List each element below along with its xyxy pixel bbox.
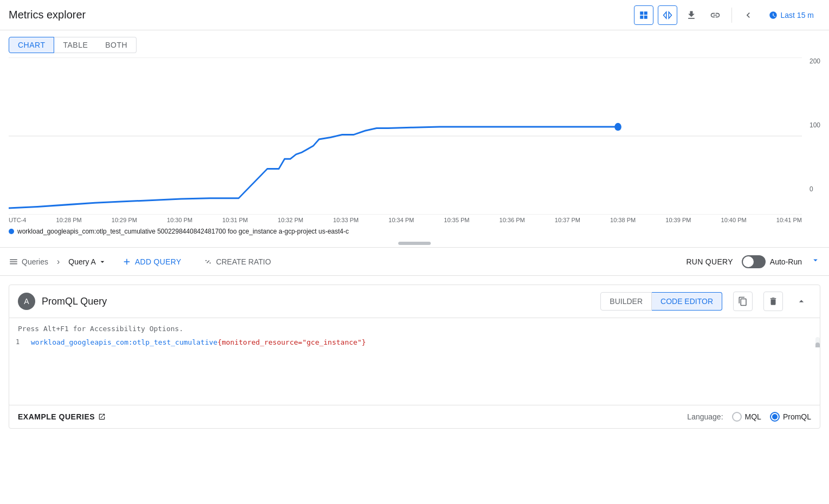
time-1029: 10:29 PM: [112, 217, 137, 223]
time-1031: 10:31 PM: [222, 217, 248, 223]
mql-option[interactable]: MQL: [732, 412, 761, 422]
example-queries-label: EXAMPLE QUERIES: [18, 412, 95, 421]
code-editor-tab[interactable]: CODE EDITOR: [652, 292, 722, 311]
promql-radio-inner: [772, 414, 778, 419]
svg-point-9: [614, 123, 621, 131]
external-link-icon: [98, 413, 106, 421]
time-range-button[interactable]: Last 15 m: [762, 8, 820, 23]
a11y-hint: Press Alt+F1 for Accessibility Options.: [9, 322, 820, 337]
both-tab[interactable]: BOTH: [96, 37, 137, 53]
table-tab[interactable]: TABLE: [54, 37, 96, 53]
line-number: 1: [16, 338, 31, 346]
promql-option[interactable]: PromQL: [770, 412, 811, 422]
time-1038: 10:38 PM: [610, 217, 636, 223]
time-1030: 10:30 PM: [167, 217, 192, 223]
chart-area: 200 100 0: [0, 57, 829, 215]
query-name: Query A: [68, 257, 96, 266]
auto-run-label: Auto-Run: [770, 257, 802, 266]
code-area: Press Alt+F1 for Accessibility Options. …: [9, 318, 820, 405]
language-selector: Language: MQL PromQL: [687, 412, 811, 422]
queries-label: Queries: [22, 257, 48, 266]
svg-rect-3: [644, 15, 647, 18]
chart-scrollbar[interactable]: [0, 240, 829, 247]
code-plain: workload_googleapis_com:otlp_test_cumula…: [31, 338, 366, 346]
language-label: Language:: [687, 412, 723, 421]
time-1035: 10:35 PM: [444, 217, 469, 223]
header-actions: Last 15 m: [634, 5, 820, 25]
app-title: Metrics explorer: [9, 9, 86, 21]
create-ratio-button[interactable]: CREATE RATIO: [197, 254, 277, 270]
svg-marker-4: [663, 12, 666, 18]
app-header: Metrics explorer Last 15 m: [0, 0, 829, 30]
y-label-0: 0: [809, 185, 820, 193]
copy-button[interactable]: [733, 292, 753, 311]
svg-marker-5: [669, 12, 671, 18]
back-button[interactable]: [739, 5, 758, 25]
scrollbar-thumb[interactable]: [815, 343, 820, 347]
time-1033: 10:33 PM: [333, 217, 359, 223]
code-button[interactable]: [658, 5, 677, 25]
toggle-knob: [743, 256, 754, 267]
time-1040: 10:40 PM: [721, 217, 747, 223]
queries-breadcrumb[interactable]: Queries: [9, 257, 48, 267]
svg-point-10: [205, 260, 206, 261]
legend-dot: [9, 229, 14, 234]
time-1032: 10:32 PM: [278, 217, 303, 223]
delete-button[interactable]: [763, 292, 783, 311]
query-editor-section: A PromQL Query BUILDER CODE EDITOR Press…: [9, 285, 820, 429]
add-icon: [122, 257, 132, 267]
chart-time-labels: UTC-4 10:28 PM 10:29 PM 10:30 PM 10:31 P…: [0, 215, 829, 225]
svg-rect-2: [640, 15, 643, 18]
query-label-circle: A: [18, 293, 35, 310]
run-query-button[interactable]: RUN QUERY: [686, 257, 733, 266]
query-editor-footer: EXAMPLE QUERIES Language: MQL PromQL: [9, 405, 820, 428]
time-range-label: Last 15 m: [781, 11, 814, 20]
y-label-200: 200: [809, 57, 820, 65]
y-axis-labels: 200 100 0: [809, 57, 820, 193]
chart-legend: workload_googleapis_com:otlp_test_cumula…: [0, 225, 829, 240]
download-button[interactable]: [682, 5, 701, 25]
auto-run-toggle[interactable]: Auto-Run: [742, 255, 802, 268]
svg-rect-0: [640, 11, 643, 15]
mql-label: MQL: [745, 412, 761, 421]
add-query-button[interactable]: ADD QUERY: [115, 254, 188, 270]
ratio-icon: [203, 257, 213, 267]
create-ratio-label: CREATE RATIO: [216, 257, 271, 266]
scrollbar-track[interactable]: [815, 337, 820, 347]
query-letter: A: [24, 297, 29, 306]
builder-tab[interactable]: BUILDER: [600, 292, 652, 311]
time-utc: UTC-4: [9, 217, 26, 223]
mql-radio[interactable]: [732, 412, 742, 422]
header-divider: [731, 8, 732, 23]
time-1028: 10:28 PM: [56, 217, 82, 223]
chart-section: CHART TABLE BOTH 200 100 0 UTC-4 10:28 P…: [0, 30, 829, 248]
query-bar: Queries › Query A ADD QUERY CREATE RATIO…: [0, 248, 829, 276]
query-selector[interactable]: Query A: [68, 257, 107, 266]
query-editor-header: A PromQL Query BUILDER CODE EDITOR: [9, 285, 820, 318]
code-metric-name: workload_googleapis_com:otlp_test_cumula…: [31, 338, 217, 346]
example-queries-link[interactable]: EXAMPLE QUERIES: [18, 412, 106, 421]
breadcrumb-chevron: ›: [57, 257, 60, 267]
chart-tab[interactable]: CHART: [9, 37, 54, 53]
y-label-100: 100: [809, 121, 820, 129]
time-1036: 10:36 PM: [500, 217, 525, 223]
svg-rect-1: [644, 11, 647, 15]
time-1039: 10:39 PM: [665, 217, 691, 223]
scrollbar-handle[interactable]: [398, 242, 431, 245]
legend-text: workload_googleapis_com:otlp_test_cumula…: [17, 228, 349, 235]
code-filter: {monitored_resource="gce_instance"}: [217, 338, 366, 346]
chart-svg: [9, 57, 802, 215]
query-editor-title: PromQL Query: [42, 296, 107, 307]
dashboard-button[interactable]: [634, 5, 653, 25]
code-line-1: 1 workload_googleapis_com:otlp_test_cumu…: [9, 337, 820, 347]
editor-tabs: BUILDER CODE EDITOR: [600, 292, 722, 311]
toggle-switch[interactable]: [742, 255, 766, 268]
menu-icon: [9, 257, 18, 267]
view-tabs: CHART TABLE BOTH: [9, 37, 820, 53]
expand-button[interactable]: [811, 255, 820, 268]
collapse-button[interactable]: [792, 292, 811, 311]
link-button[interactable]: [705, 5, 725, 25]
code-area-wrapper[interactable]: 1 workload_googleapis_com:otlp_test_cumu…: [9, 337, 820, 347]
time-1037: 10:37 PM: [555, 217, 580, 223]
promql-radio[interactable]: [770, 412, 780, 422]
